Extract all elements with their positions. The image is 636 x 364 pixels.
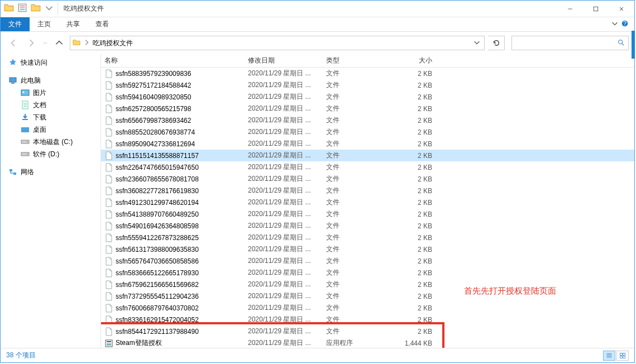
col-size[interactable]: 大小 — [393, 56, 432, 65]
file-row[interactable]: ssfn55594122678732886252020/11/29 星期日 ..… — [101, 232, 634, 243]
file-name: ssfn59275172184588442 — [116, 82, 248, 89]
file-type: 文件 — [326, 162, 393, 172]
file-row[interactable]: ssfn56576470366508585862020/11/29 星期日 ..… — [101, 255, 634, 267]
file-row[interactable]: ssfn54138897076604892502020/11/29 星期日 ..… — [101, 208, 634, 220]
dl-icon — [21, 113, 30, 122]
minimize-button[interactable] — [557, 1, 583, 17]
maximize-button[interactable] — [583, 1, 609, 17]
file-row[interactable]: ssfn588395792390098362020/11/29 星期日 ...文… — [101, 68, 634, 79]
file-name: ssfn5613173988009635830 — [116, 246, 248, 253]
file-type: 文件 — [326, 139, 393, 149]
file-type: 文件 — [326, 104, 393, 113]
file-name: ssfn5657647036650858586 — [116, 257, 248, 265]
back-button[interactable] — [6, 36, 21, 50]
col-type[interactable]: 类型 — [326, 56, 393, 65]
file-icon — [104, 81, 116, 90]
file-row[interactable]: ssfn625728005652157982020/11/29 星期日 ...文… — [101, 103, 634, 114]
file-date: 2020/11/29 星期日 ... — [248, 209, 326, 219]
folder-icon — [4, 3, 14, 15]
recent-dropdown-icon[interactable] — [42, 36, 49, 50]
star-icon — [8, 58, 17, 67]
file-size: 2 KB — [393, 304, 432, 312]
file-size: 2 KB — [393, 328, 432, 336]
file-size: 2 KB — [393, 269, 432, 277]
file-type: 文件 — [326, 303, 393, 313]
file-row[interactable]: Steam登陆授权2020/11/29 星期日 ...应用程序1,444 KB — [101, 337, 634, 348]
search-input[interactable] — [511, 36, 629, 50]
file-row[interactable]: ssfn76006687976403708022020/11/29 星期日 ..… — [101, 302, 634, 314]
file-type: 文件 — [326, 291, 393, 301]
close-button[interactable] — [609, 1, 634, 17]
file-row[interactable]: ssfn656679987386934622020/11/29 星期日 ...文… — [101, 114, 634, 126]
file-row[interactable]: ssfn54901694263648085982020/11/29 星期日 ..… — [101, 220, 634, 232]
file-icon — [104, 339, 116, 348]
view-details-button[interactable] — [603, 351, 615, 361]
file-type: 文件 — [326, 198, 393, 207]
forward-button[interactable] — [24, 36, 39, 50]
nav-network[interactable]: 网络 — [1, 166, 101, 178]
file-size: 2 KB — [393, 316, 432, 324]
file-type: 文件 — [326, 186, 393, 195]
file-row[interactable]: ssfn23660786556780817082020/11/29 星期日 ..… — [101, 173, 634, 185]
file-name: ssfn5490169426364808598 — [116, 222, 248, 230]
up-button[interactable] — [52, 36, 66, 50]
file-row[interactable]: ssfn594160409893208502020/11/29 星期日 ...文… — [101, 91, 634, 103]
file-icon — [104, 315, 116, 324]
file-date: 2020/11/29 星期日 ... — [248, 80, 326, 90]
file-row[interactable]: ssfn11515141355888711572020/11/29 星期日 ..… — [101, 150, 634, 161]
file-date: 2020/11/29 星期日 ... — [248, 104, 326, 113]
file-list[interactable]: ssfn588395792390098362020/11/29 星期日 ...文… — [101, 68, 634, 348]
nav-this-pc[interactable]: 此电脑 — [1, 74, 101, 87]
refresh-button[interactable] — [488, 36, 505, 50]
file-date: 2020/11/29 星期日 ... — [248, 139, 326, 149]
file-date: 2020/11/29 星期日 ... — [248, 162, 326, 172]
address-bar: 吃鸡授权文件 — [1, 32, 634, 54]
nav-item-disk[interactable]: 软件 (D:) — [1, 148, 101, 160]
annotation-text: 首先先打开授权登陆页面 — [464, 286, 556, 296]
file-row[interactable]: ssfn592751721845884422020/11/29 星期日 ...文… — [101, 79, 634, 91]
nav-item-doc[interactable]: 文档 — [1, 99, 101, 111]
help-icon[interactable] — [621, 20, 629, 29]
breadcrumb-segment[interactable]: 吃鸡授权文件 — [93, 39, 135, 48]
nav-quick-access[interactable]: 快速访问 — [1, 56, 101, 69]
breadcrumb[interactable]: 吃鸡授权文件 — [70, 36, 485, 50]
col-name[interactable]: 名称 — [104, 56, 248, 65]
file-row[interactable]: ssfn85441729211379884902020/11/29 星期日 ..… — [101, 325, 634, 337]
nav-item-disk[interactable]: 本地磁盘 (C:) — [1, 136, 101, 148]
file-size: 2 KB — [393, 82, 432, 89]
file-type: 文件 — [326, 174, 393, 184]
file-row[interactable]: ssfn83361629154720040522020/11/29 星期日 ..… — [101, 314, 634, 325]
ribbon-tab-home[interactable]: 主页 — [30, 17, 59, 31]
file-name: ssfn2264747665015947650 — [116, 164, 248, 171]
file-row[interactable]: ssfn56131739880096358302020/11/29 星期日 ..… — [101, 243, 634, 255]
file-type: 文件 — [326, 221, 393, 231]
file-icon — [104, 222, 116, 231]
file-row[interactable]: ssfn88552028067693877​42020/11/29 星期日 ..… — [101, 126, 634, 138]
qat-dropdown-icon[interactable] — [44, 3, 54, 15]
file-row[interactable]: ssfn49123012997486201942020/11/29 星期日 ..… — [101, 197, 634, 208]
file-name: ssfn5559412267873288625 — [116, 234, 248, 242]
nav-item-dl[interactable]: 下载 — [1, 111, 101, 123]
chevron-right-icon[interactable] — [83, 39, 90, 48]
col-date[interactable]: 修改日期 — [248, 56, 326, 65]
folder-small-icon[interactable] — [31, 3, 41, 15]
file-row[interactable]: ssfn22647476650159476502020/11/29 星期日 ..… — [101, 161, 634, 173]
file-type: 应用程序 — [326, 338, 393, 348]
status-bar: 38 个项目 — [1, 348, 634, 362]
file-date: 2020/11/29 星期日 ... — [248, 69, 326, 78]
file-type: 文件 — [326, 209, 393, 219]
properties-icon[interactable] — [17, 3, 27, 15]
view-thumbnails-button[interactable] — [616, 351, 629, 361]
nav-label: 软件 (D:) — [33, 150, 59, 159]
nav-item-desk[interactable]: 桌面 — [1, 123, 101, 136]
file-row[interactable]: ssfn36082277281766198302020/11/29 星期日 ..… — [101, 185, 634, 197]
file-date: 2020/11/29 星期日 ... — [248, 303, 326, 313]
ribbon-expand-icon[interactable] — [611, 20, 619, 29]
file-row[interactable]: ssfn8950904273368126942020/11/29 星期日 ...… — [101, 138, 634, 150]
ribbon-file-tab[interactable]: 文件 — [1, 17, 30, 31]
file-row[interactable]: ssfn58366651226651789302020/11/29 星期日 ..… — [101, 267, 634, 279]
ribbon-tab-view[interactable]: 查看 — [88, 17, 117, 31]
address-dropdown-icon[interactable] — [470, 39, 484, 48]
nav-item-pic[interactable]: 图片 — [1, 87, 101, 99]
ribbon-tab-share[interactable]: 共享 — [59, 17, 88, 31]
